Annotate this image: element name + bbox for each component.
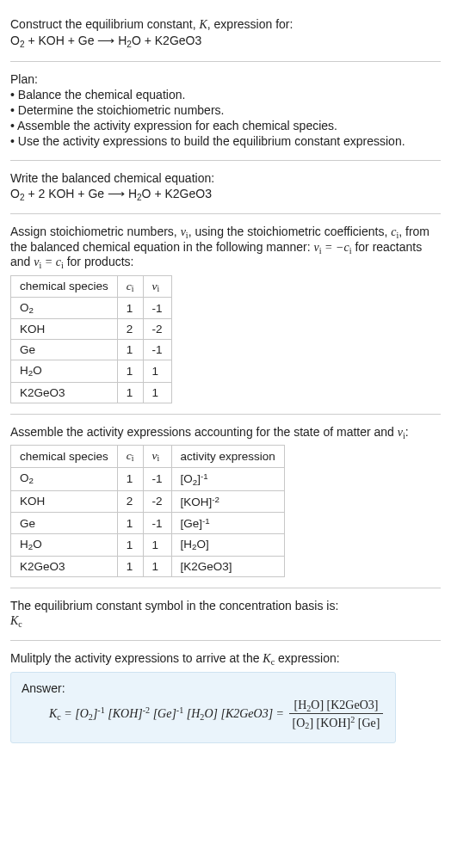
kc-denominator: [O2] [KOH]2 [Ge] <box>289 714 384 730</box>
cell-c: 1 <box>117 360 143 382</box>
assign-text-a: Assign stoichiometric numbers, <box>10 225 181 238</box>
activity-heading: Assemble the activity expressions accoun… <box>10 425 441 440</box>
table-row: K2GeO311[K2GeO3] <box>11 556 285 576</box>
col-species: chemical species <box>11 446 118 467</box>
cell-c: 1 <box>117 556 143 576</box>
plan-heading: Plan: <box>10 72 441 86</box>
cell-species: O2 <box>11 467 118 490</box>
cell-species: KOH <box>11 319 118 340</box>
stoich-table: chemical species ci νi O21-1 KOH2-2 Ge1-… <box>10 275 172 403</box>
multiply-heading-a: Mulitply the activity expressions to arr… <box>10 651 263 665</box>
table-row: Ge1-1[Ge]-1 <box>11 512 285 533</box>
nu-i-2: νi <box>398 426 405 439</box>
cell-c: 1 <box>117 534 143 556</box>
plan-section: Plan: • Balance the chemical equation. •… <box>10 62 441 161</box>
assign-section: Assign stoichiometric numbers, νi, using… <box>10 214 441 415</box>
assign-text-b: , using the stoichiometric coefficients, <box>188 225 392 238</box>
nu-i: νi <box>181 225 188 238</box>
cell-expr: [K2GeO3] <box>171 556 284 576</box>
col-ci: ci <box>117 446 143 467</box>
assign-text: Assign stoichiometric numbers, νi, using… <box>10 225 441 270</box>
cell-expr: [KOH]-2 <box>171 490 284 512</box>
plan-item-2: • Determine the stoichiometric numbers. <box>10 103 441 117</box>
question-text-b: , expression for: <box>207 17 293 31</box>
cell-species: K2GeO3 <box>11 556 118 576</box>
cell-species: H2O <box>11 360 118 382</box>
activity-table: chemical species ci νi activity expressi… <box>10 445 285 576</box>
cell-c: 1 <box>117 298 143 319</box>
cell-c: 2 <box>117 319 143 340</box>
table-row: H2O11 <box>11 360 172 382</box>
cell-species: H2O <box>11 534 118 556</box>
activity-heading-b: : <box>405 425 409 439</box>
cell-c: 2 <box>117 490 143 512</box>
activity-section: Assemble the activity expressions accoun… <box>10 415 441 588</box>
cell-species: KOH <box>11 490 118 512</box>
cell-c: 1 <box>117 340 143 360</box>
cell-v: -2 <box>143 319 171 340</box>
col-nui: νi <box>143 446 171 467</box>
table-row: K2GeO311 <box>11 382 172 403</box>
answer-section: Mulitply the activity expressions to arr… <box>10 641 441 754</box>
table-row: O21-1 <box>11 298 172 319</box>
kc-fraction: [H2O] [K2GeO3] [O2] [KOH]2 [Ge] <box>289 699 384 731</box>
kc-symbol: Kc <box>10 614 441 629</box>
table-row: KOH2-2[KOH]-2 <box>11 490 285 512</box>
balanced-heading: Write the balanced chemical equation: <box>10 171 441 185</box>
nu-eq-neg-c: νi = −ci <box>314 241 352 254</box>
activity-heading-a: Assemble the activity expressions accoun… <box>10 425 398 439</box>
col-nui: νi <box>143 275 171 297</box>
c-i: ci <box>391 225 398 238</box>
kc-symbol-2: Kc <box>263 652 275 665</box>
cell-c: 1 <box>117 382 143 403</box>
table-row: Ge1-1 <box>11 340 172 360</box>
question-text-a: Construct the equilibrium constant, <box>10 17 199 31</box>
cell-expr: [H2O] <box>171 534 284 556</box>
cell-expr: [O2]-1 <box>171 467 284 490</box>
plan-item-1: • Balance the chemical equation. <box>10 88 441 102</box>
plan-item-3: • Assemble the activity expression for e… <box>10 119 441 132</box>
assign-text-e: for products: <box>64 255 134 268</box>
table-row: O21-1[O2]-1 <box>11 467 285 490</box>
kc-expression: Kc = [O2]-1 [KOH]-2 [Ge]-1 [H2O] [K2GeO3… <box>49 699 385 731</box>
answer-box: Answer: Kc = [O2]-1 [KOH]-2 [Ge]-1 [H2O]… <box>10 672 396 744</box>
balanced-equation: O2 + 2 KOH + Ge ⟶ H2O + K2GeO3 <box>10 187 441 202</box>
cell-v: 1 <box>143 556 171 576</box>
table-row: KOH2-2 <box>11 319 172 340</box>
cell-v: -1 <box>143 512 171 533</box>
symbol-line1: The equilibrium constant symbol in the c… <box>10 599 441 613</box>
cell-v: 1 <box>143 360 171 382</box>
cell-species: Ge <box>11 512 118 533</box>
table-row: H2O11[H2O] <box>11 534 285 556</box>
question-line1: Construct the equilibrium constant, K, e… <box>10 17 441 32</box>
cell-c: 1 <box>117 467 143 490</box>
col-expr: activity expression <box>171 446 284 467</box>
nu-eq-c: νi = ci <box>34 255 64 268</box>
cell-v: 1 <box>143 534 171 556</box>
col-species: chemical species <box>11 275 118 297</box>
multiply-heading-b: expression: <box>275 651 339 665</box>
question-section: Construct the equilibrium constant, K, e… <box>10 7 441 62</box>
multiply-heading: Mulitply the activity expressions to arr… <box>10 651 441 667</box>
plan-item-4: • Use the activity expressions to build … <box>10 134 441 148</box>
table-header-row: chemical species ci νi activity expressi… <box>11 446 285 467</box>
cell-v: -2 <box>143 490 171 512</box>
symbol-section: The equilibrium constant symbol in the c… <box>10 588 441 642</box>
k-symbol: K <box>199 18 207 31</box>
cell-c: 1 <box>117 512 143 533</box>
balanced-section: Write the balanced chemical equation: O2… <box>10 161 441 215</box>
cell-v: -1 <box>143 298 171 319</box>
cell-species: O2 <box>11 298 118 319</box>
cell-species: K2GeO3 <box>11 382 118 403</box>
cell-v: 1 <box>143 382 171 403</box>
col-ci: ci <box>117 275 143 297</box>
unbalanced-equation: O2 + KOH + Ge ⟶ H2O + K2GeO3 <box>10 34 441 49</box>
cell-v: -1 <box>143 340 171 360</box>
kc-numerator: [H2O] [K2GeO3] <box>289 699 384 715</box>
cell-v: -1 <box>143 467 171 490</box>
answer-label: Answer: <box>22 681 385 695</box>
cell-species: Ge <box>11 340 118 360</box>
table-header-row: chemical species ci νi <box>11 275 172 297</box>
cell-expr: [Ge]-1 <box>171 512 284 533</box>
kc-lhs: Kc = [O2]-1 [KOH]-2 [Ge]-1 [H2O] [K2GeO3… <box>49 707 287 720</box>
